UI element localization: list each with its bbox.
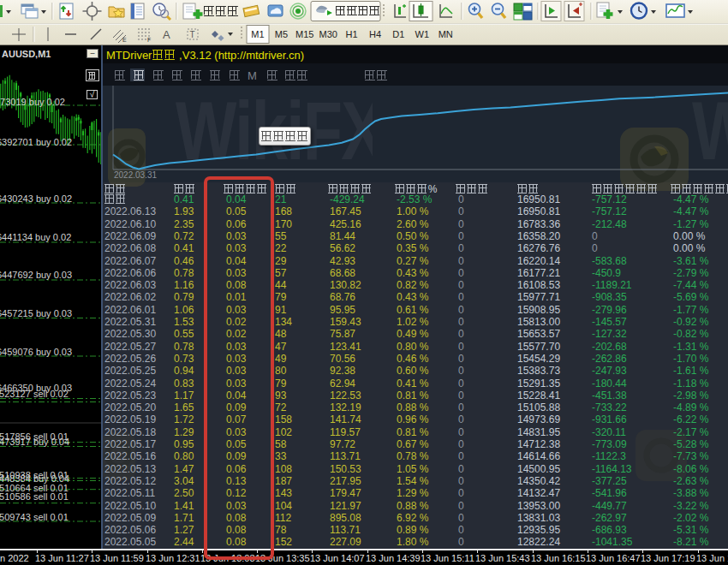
svg-text:H1: H1 (346, 29, 358, 39)
svg-text:M1: M1 (251, 29, 264, 39)
svg-text:M30: M30 (319, 29, 337, 39)
svg-text:T: T (190, 30, 195, 39)
svg-text:F: F (147, 37, 151, 43)
svg-text:M5: M5 (275, 29, 288, 39)
svg-text:M15: M15 (295, 29, 313, 39)
svg-text:E: E (122, 37, 127, 43)
svg-text:H4: H4 (369, 29, 381, 39)
svg-text:MN: MN (439, 29, 453, 39)
svg-text:W1: W1 (415, 29, 430, 39)
svg-text:D1: D1 (392, 29, 404, 39)
svg-text:A: A (163, 28, 170, 41)
